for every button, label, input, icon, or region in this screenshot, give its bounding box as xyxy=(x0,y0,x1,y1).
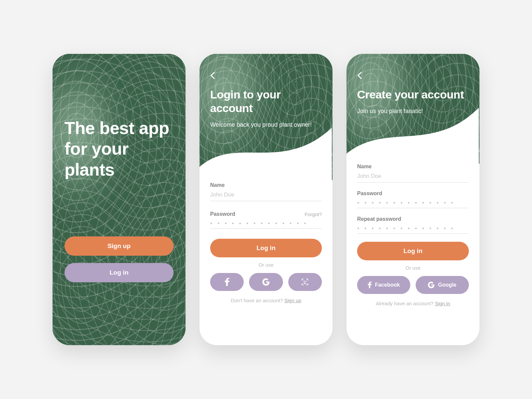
password-label: Password xyxy=(210,211,235,217)
forgot-password-link[interactable]: Forgot? xyxy=(305,211,322,217)
facebook-icon xyxy=(225,278,229,286)
signup-button[interactable]: Sign up xyxy=(65,236,174,256)
signup-submit-button[interactable]: Log in xyxy=(357,242,469,260)
signup-link[interactable]: Sign up xyxy=(284,298,301,303)
login-screen: Login to your account Welcome back you p… xyxy=(200,54,332,345)
landing-screen: The best app for your plants Sign up Log… xyxy=(53,54,186,345)
name-label: Name xyxy=(357,164,372,170)
password-input[interactable]: ● ● ● ● ● ● ● ● ● ● ● ● ● ● xyxy=(210,217,322,229)
facebook-icon xyxy=(368,282,372,288)
chevron-left-icon xyxy=(357,72,362,79)
login-footer: Don't have an account? Sign up xyxy=(210,298,322,303)
login-submit-button[interactable]: Log in xyxy=(210,239,322,257)
repeat-password-input[interactable]: ● ● ● ● ● ● ● ● ● ● ● ● ● ● xyxy=(357,222,469,234)
back-button[interactable] xyxy=(210,72,322,80)
name-field: Name xyxy=(210,182,322,201)
google-login-button[interactable] xyxy=(249,273,283,291)
signin-link[interactable]: Sign in xyxy=(435,301,450,306)
signup-subtitle: Join us you plant fanatic! xyxy=(357,107,469,115)
login-footer-text: Don't have an account? xyxy=(231,298,284,303)
login-subtitle: Welcome back you proud plant owner! xyxy=(210,120,322,129)
chevron-left-icon xyxy=(210,72,215,79)
signup-title: Create your account xyxy=(357,88,469,101)
or-use-label: Or use xyxy=(210,262,322,268)
facebook-label: Facebook xyxy=(375,282,400,288)
repeat-password-field: Repeat password ● ● ● ● ● ● ● ● ● ● ● ● … xyxy=(357,216,469,234)
face-id-icon xyxy=(301,278,309,286)
name-input[interactable] xyxy=(210,188,322,201)
password-field: Password Forgot? ● ● ● ● ● ● ● ● ● ● ● ●… xyxy=(210,211,322,229)
landing-title: The best app for your plants xyxy=(65,118,174,180)
signup-footer: Already have an account? Sign in xyxy=(357,301,469,306)
name-field: Name xyxy=(357,164,469,183)
repeat-password-label: Repeat password xyxy=(357,216,401,222)
faceid-login-button[interactable] xyxy=(288,273,322,291)
signup-screen: Create your account Join us you plant fa… xyxy=(346,54,479,345)
password-label: Password xyxy=(357,191,382,197)
facebook-login-button[interactable] xyxy=(210,273,244,291)
name-label: Name xyxy=(210,182,225,188)
login-button[interactable]: Log in xyxy=(65,263,174,282)
login-title: Login to your account xyxy=(210,88,322,115)
signup-footer-text: Already have an account? xyxy=(376,301,435,306)
facebook-signup-button[interactable]: Facebook xyxy=(357,276,410,294)
password-field: Password ● ● ● ● ● ● ● ● ● ● ● ● ● ● xyxy=(357,191,469,208)
google-label: Google xyxy=(438,282,456,288)
google-signup-button[interactable]: Google xyxy=(416,276,469,294)
name-input[interactable] xyxy=(357,170,469,183)
back-button[interactable] xyxy=(357,72,469,80)
password-input[interactable]: ● ● ● ● ● ● ● ● ● ● ● ● ● ● xyxy=(357,197,469,208)
google-icon xyxy=(428,282,435,288)
google-icon xyxy=(262,278,270,286)
or-use-label: Or use xyxy=(357,265,469,271)
